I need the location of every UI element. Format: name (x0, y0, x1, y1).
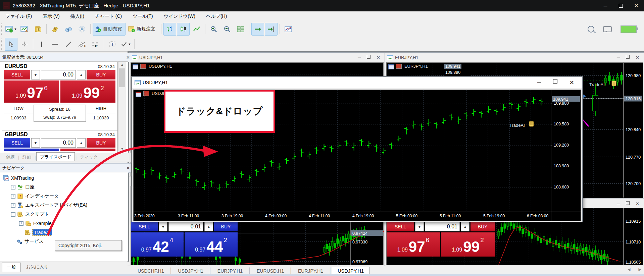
minimize-icon[interactable]: ─ (617, 55, 620, 60)
close-icon[interactable]: ✕ (636, 55, 639, 60)
gbpusd-buy-button[interactable]: BUY (87, 138, 115, 148)
indicators-button[interactable] (282, 23, 295, 36)
shapes-caret[interactable]: ▼ (128, 43, 131, 46)
expand-icon[interactable]: + (11, 203, 15, 208)
market-watch-header[interactable]: 気配値表示: 08:10:34 ✕ (0, 53, 132, 62)
collapse-icon[interactable]: − (11, 212, 15, 217)
chart-bars-button[interactable] (163, 23, 176, 36)
tree-item--[interactable]: +口座 (11, 183, 35, 191)
chat-icon[interactable] (603, 26, 612, 32)
eurusd-win-bid-tile[interactable]: 1.09976 (387, 232, 440, 257)
tree-item--[interactable]: −スクリプト (11, 210, 49, 219)
gbpusd-volume-up-button[interactable]: ▲ (77, 138, 86, 148)
scrollbar-thumb[interactable] (119, 68, 125, 87)
vertical-line-tool-button[interactable] (35, 38, 48, 51)
chart-tab-eurusd-h1-3[interactable]: EURUSD,H1 (251, 267, 289, 275)
tree-item--ea-[interactable]: +エキスパートアドバイザ(EA) (11, 201, 87, 210)
navigator-header[interactable]: ナビゲータ ✕ (0, 163, 132, 173)
andrews-pitchfork-tool-button[interactable]: E (76, 38, 88, 51)
trendline-tool-button[interactable] (62, 38, 75, 51)
market-watch-scrollbar[interactable]: ▲ ▼ (118, 62, 126, 152)
menu-item-3[interactable]: チャート (C) (90, 12, 127, 21)
scroll-down-icon[interactable]: ▼ (118, 147, 126, 151)
eurusd-volume-up-button[interactable]: ▲ (77, 70, 86, 79)
market-watch-tab-2[interactable]: プライスボード (36, 152, 75, 161)
search-icon[interactable] (588, 26, 594, 33)
new-chart-button[interactable]: + ▼ (5, 23, 17, 36)
minimize-button[interactable]: ─ (598, 0, 613, 11)
usdchf-sell-button[interactable]: SELL (131, 222, 158, 231)
chart-shift-button[interactable] (265, 23, 278, 36)
expand-icon[interactable]: + (11, 194, 15, 199)
minimize-icon[interactable]: ─ (617, 201, 620, 206)
chart-window-usdjpy-bg-titlebar[interactable]: USDJPY,H1 ─ ✕ (129, 53, 385, 62)
toolbar-grip2[interactable] (1, 39, 3, 50)
horizontal-line-tool-button[interactable] (49, 38, 61, 51)
eurusd-volume-input[interactable]: 0.00 (41, 70, 76, 79)
expand-icon[interactable]: + (11, 185, 15, 189)
eurusd-buy-button[interactable]: BUY (87, 70, 115, 79)
navigator-tab-1[interactable]: お気に入り (21, 263, 53, 271)
close-button[interactable]: ✕ (629, 0, 644, 11)
usdchf-ask-tile[interactable]: 0.97442 (185, 232, 238, 257)
maximize-icon[interactable] (553, 79, 557, 84)
market-watch-close-icon[interactable]: ✕ (126, 55, 130, 60)
chart-tab-eurjpy-h1-2[interactable]: EURJPY,H1 (212, 267, 248, 275)
eurusd-win-sell-button[interactable]: SELL (387, 222, 414, 231)
eurusd-win-volume-input[interactable]: 0.01 (425, 222, 460, 231)
chart-tab-usdjpy-h1-1[interactable]: USDJPY,H1 (173, 267, 209, 275)
zoom-in-button[interactable] (207, 23, 220, 36)
eurusd-ask-tile[interactable]: 1.09992 (60, 80, 115, 103)
eurusd-bid-tile[interactable]: 1.09976 (4, 80, 59, 103)
usdchf-volume-input[interactable]: 0.01 (168, 222, 203, 231)
eurusd-win-ask-tile[interactable]: 1.09992 (441, 232, 495, 257)
chart-tab-usdjpy-h1-5[interactable]: USDJPY,H1 (332, 267, 369, 275)
menu-item-2[interactable]: 挿入(I) (65, 12, 90, 21)
maximize-icon[interactable] (367, 55, 370, 59)
market-watch-tab-0[interactable]: 銘柄 (3, 153, 17, 161)
signals-button[interactable] (76, 23, 88, 36)
zoom-out-button[interactable] (221, 23, 234, 36)
gbpusd-sell-button[interactable]: SELL (4, 138, 30, 148)
maximize-icon[interactable] (626, 201, 630, 205)
minimize-icon[interactable]: ─ (537, 79, 541, 86)
usdchf-volume-up-button[interactable]: ▲ (204, 222, 213, 231)
tree-item--[interactable]: +fインディケータ (11, 192, 59, 201)
menu-item-5[interactable]: ウインドウ(W) (158, 12, 201, 21)
menu-item-0[interactable]: ファイル (F) (0, 12, 37, 21)
gbpusd-volume-input[interactable]: 0.00 (41, 138, 76, 148)
menu-item-4[interactable]: ツール(T) (127, 12, 158, 21)
tree-item-tradeai[interactable]: TradeAI (19, 228, 52, 237)
navigator-tab-0[interactable]: 一般 (2, 263, 21, 272)
algo-trading-button[interactable]: 自動売買 (93, 23, 126, 36)
tab-scroll-right-icon[interactable]: ▶ (639, 267, 641, 272)
restore-button[interactable] (613, 0, 629, 11)
new-order-button[interactable]: + 新規注文 (126, 23, 159, 36)
market-watch-toggle-button[interactable]: $ (32, 23, 44, 36)
eurusd-win-buy-button[interactable]: BUY (470, 222, 495, 231)
new-chart-caret[interactable]: ▼ (14, 27, 17, 31)
chart-window-eurjpy-titlebar[interactable]: EURJPY,H1 ─ ✕ (385, 53, 644, 62)
eurusd-volume-down-button[interactable]: ▼ (31, 70, 40, 79)
toolbar-grip[interactable] (1, 23, 3, 35)
tab-scroll-left-icon[interactable]: ◀ (628, 267, 630, 272)
tile-windows-button[interactable] (234, 23, 247, 36)
chart-tab-usdchf-h1-0[interactable]: USDCHF,H1 (132, 267, 169, 275)
eurusd-sell-button[interactable]: SELL (4, 70, 30, 79)
menu-item-6[interactable]: ヘルプ(H) (201, 12, 232, 21)
navigator-close-icon[interactable]: ✕ (126, 166, 130, 171)
chart-candles-button[interactable] (177, 23, 190, 36)
mql5-community-button[interactable]: 5 (49, 23, 61, 36)
floating-window-titlebar[interactable]: USDJPY,H1 ─ ✕ (132, 77, 582, 88)
close-icon[interactable]: ✕ (569, 79, 574, 86)
tree-item-xmtrading[interactable]: XMTrading (3, 174, 34, 182)
tree-item-examples[interactable]: +Examples (19, 219, 54, 228)
crosshair-tool-button[interactable] (18, 38, 31, 51)
usdchf-bid-tile[interactable]: 0.97424 (131, 232, 184, 257)
text-tool-button[interactable]: T (106, 38, 119, 51)
market-watch-tab-1[interactable]: 詳細 (20, 153, 34, 161)
cursor-tool-button[interactable] (5, 38, 17, 51)
close-icon[interactable]: ✕ (377, 55, 380, 60)
market-watch-tab-3[interactable]: ティック (77, 153, 100, 161)
shapes-tool-button[interactable]: ▼ (119, 38, 132, 51)
